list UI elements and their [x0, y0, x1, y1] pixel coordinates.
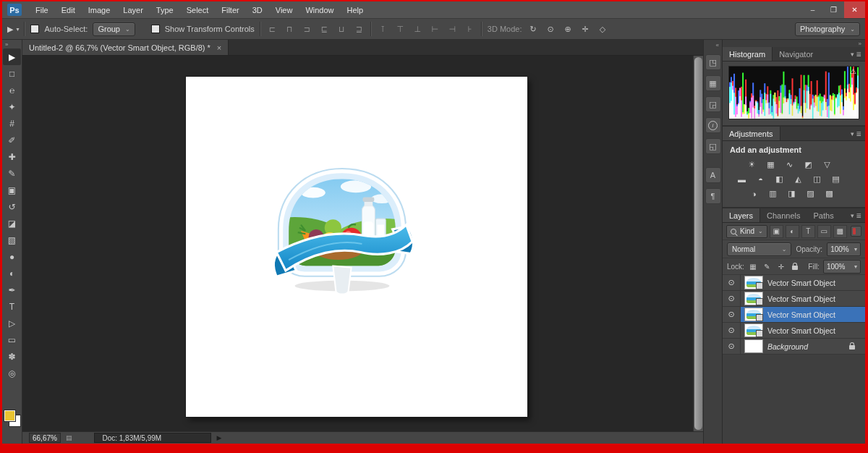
- menu-image[interactable]: Image: [82, 6, 117, 14]
- filter-type-layers-icon[interactable]: T: [801, 225, 815, 238]
- levels-icon[interactable]: ▦: [763, 158, 778, 171]
- align-h-centers-icon[interactable]: ⊓: [284, 25, 296, 34]
- dodge-tool[interactable]: ◐: [3, 265, 21, 281]
- quick-selection-tool[interactable]: ✦: [3, 98, 21, 115]
- layer-row[interactable]: ⊙ Vector Smart Object: [723, 291, 865, 307]
- opacity-field[interactable]: 100% ▾: [827, 242, 861, 256]
- tool-preset-picker[interactable]: ▶ ▾: [7, 25, 19, 34]
- layer-row-selected[interactable]: ⊙ Vector Smart Object: [723, 307, 865, 323]
- panel-menu-icon[interactable]: ≣: [856, 51, 861, 58]
- layer-filtering-toggle[interactable]: [851, 226, 861, 237]
- menu-edit[interactable]: Edit: [55, 6, 82, 14]
- distribute-top-icon[interactable]: ⊺: [377, 25, 389, 34]
- layer-row-main[interactable]: Background: [741, 339, 865, 354]
- cached-data-warning-icon[interactable]: ⚠: [850, 67, 856, 75]
- menu-layer[interactable]: Layer: [116, 6, 150, 14]
- tab-layers[interactable]: Layers: [723, 208, 760, 222]
- layer-row[interactable]: ⊙ Vector Smart Object: [723, 275, 865, 291]
- lock-image-pixels-icon[interactable]: ✎: [762, 261, 772, 272]
- curves-icon[interactable]: ∿: [782, 158, 797, 171]
- auto-select-target-select[interactable]: Group ⌄: [93, 22, 135, 36]
- collapse-tools-button[interactable]: »: [2, 41, 8, 48]
- distribute-v-centers-icon[interactable]: ⊤: [394, 25, 407, 34]
- layer-row-main[interactable]: Vector Smart Object: [741, 307, 865, 322]
- visibility-toggle[interactable]: ⊙: [723, 291, 741, 306]
- hue-saturation-icon[interactable]: ▬: [734, 173, 749, 185]
- lock-all-icon[interactable]: [790, 261, 800, 272]
- gradient-map-icon[interactable]: ▨: [803, 187, 818, 200]
- history-brush-tool[interactable]: ↺: [3, 198, 21, 215]
- expand-panels-button[interactable]: «: [716, 41, 722, 49]
- zoom-tool[interactable]: ◎: [3, 365, 21, 381]
- layer-comps-panel-icon[interactable]: ◱: [705, 138, 721, 154]
- document-canvas[interactable]: [186, 77, 527, 417]
- character-panel-icon[interactable]: A: [705, 167, 721, 183]
- adjustment-presets-panel-icon[interactable]: ◲: [705, 96, 721, 112]
- filter-kind-select[interactable]: Kind ⌄: [726, 225, 767, 238]
- distribute-bottom-icon[interactable]: ⊥: [412, 25, 424, 34]
- color-balance-icon[interactable]: ◓: [753, 173, 768, 185]
- selective-color-icon[interactable]: ▩: [822, 187, 837, 200]
- close-button[interactable]: ✕: [844, 1, 865, 18]
- tab-adjustments[interactable]: Adjustments: [723, 127, 780, 140]
- background-layer-row[interactable]: ⊙ Background: [723, 339, 865, 355]
- brush-tool[interactable]: ✎: [3, 165, 21, 182]
- layer-row-main[interactable]: Vector Smart Object: [741, 275, 865, 290]
- menu-type[interactable]: Type: [150, 6, 180, 14]
- menu-file[interactable]: File: [29, 6, 55, 14]
- panel-menu-caret-icon[interactable]: ▾: [851, 212, 854, 219]
- posterize-icon[interactable]: ▥: [765, 187, 780, 200]
- document-tab[interactable]: Untitled-2 @ 66,7% (Vector Smart Object,…: [22, 40, 229, 55]
- document-sizes-field[interactable]: Doc: 1,83M/5,99M: [94, 433, 211, 443]
- visibility-toggle[interactable]: ⊙: [723, 275, 741, 290]
- minimize-button[interactable]: –: [802, 1, 823, 18]
- panel-menu-caret-icon[interactable]: ▾: [851, 51, 854, 58]
- channel-mixer-icon[interactable]: ◫: [809, 173, 825, 185]
- 3d-roll-icon[interactable]: ⊙: [545, 25, 557, 34]
- photo-filter-icon[interactable]: ◭: [791, 173, 806, 185]
- clone-source-panel-icon[interactable]: ◳: [705, 54, 721, 70]
- pen-tool[interactable]: ✒: [3, 281, 21, 298]
- move-tool[interactable]: ▶: [3, 48, 21, 65]
- crop-tool[interactable]: #: [3, 115, 21, 132]
- filter-pixel-layers-icon[interactable]: ▣: [770, 225, 783, 238]
- 3d-scale-icon[interactable]: ◇: [597, 25, 609, 34]
- filter-adjustment-layers-icon[interactable]: ◐: [786, 225, 799, 238]
- 3d-slide-icon[interactable]: ✛: [579, 25, 592, 34]
- gradient-tool[interactable]: ▧: [3, 232, 21, 248]
- filter-smart-objects-icon[interactable]: ▩: [833, 225, 847, 238]
- path-selection-tool[interactable]: ▷: [3, 315, 21, 331]
- distribute-right-icon[interactable]: ⊦: [464, 25, 476, 34]
- align-right-edges-icon[interactable]: ⊐: [301, 25, 313, 34]
- menu-help[interactable]: Help: [341, 6, 370, 14]
- threshold-icon[interactable]: ◨: [784, 187, 799, 200]
- panel-menu-icon[interactable]: ≣: [856, 212, 861, 219]
- black-white-icon[interactable]: ◧: [772, 173, 787, 185]
- auto-select-checkbox[interactable]: [30, 25, 39, 33]
- status-page-icon[interactable]: ▤: [66, 434, 72, 441]
- panel-menu-icon[interactable]: ≣: [856, 130, 861, 137]
- type-tool[interactable]: T: [3, 298, 21, 315]
- lock-position-icon[interactable]: ✛: [776, 261, 786, 272]
- layer-row-main[interactable]: Vector Smart Object: [741, 291, 865, 306]
- align-top-edges-icon[interactable]: ⊑: [318, 25, 331, 34]
- fill-field[interactable]: 100% ▾: [823, 260, 861, 274]
- menu-view[interactable]: View: [269, 6, 299, 14]
- vibrance-icon[interactable]: ▽: [820, 158, 835, 171]
- menu-select[interactable]: Select: [180, 6, 216, 14]
- workspace-select[interactable]: Photography ⌄: [795, 22, 860, 36]
- visibility-toggle[interactable]: ⊙: [723, 323, 741, 338]
- hand-tool[interactable]: ✽: [3, 348, 21, 365]
- blur-tool[interactable]: ●: [3, 248, 21, 265]
- tab-navigator[interactable]: Navigator: [773, 47, 820, 61]
- zoom-level-field[interactable]: 66,67%: [29, 433, 61, 443]
- exposure-icon[interactable]: ◩: [801, 158, 816, 171]
- menu-3d[interactable]: 3D: [246, 6, 269, 14]
- foreground-color-swatch[interactable]: [4, 410, 15, 421]
- tab-histogram[interactable]: Histogram: [723, 47, 773, 61]
- align-v-centers-icon[interactable]: ⊔: [336, 25, 348, 34]
- eraser-tool[interactable]: ◪: [3, 215, 21, 232]
- invert-icon[interactable]: ◑: [746, 187, 762, 200]
- visibility-toggle[interactable]: ⊙: [723, 339, 741, 354]
- blend-mode-select[interactable]: Normal ⌄: [727, 242, 791, 256]
